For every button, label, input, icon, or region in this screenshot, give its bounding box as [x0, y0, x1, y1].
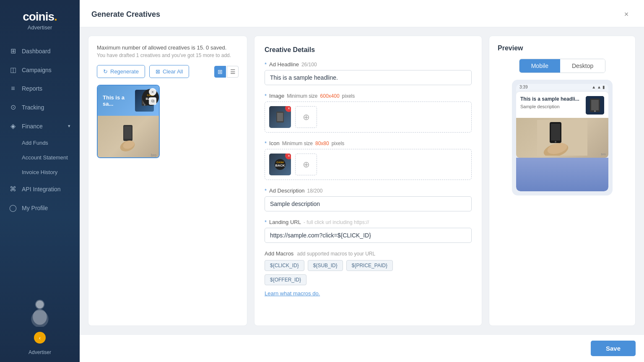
sidebar-bottom: ‹ Advertiser	[0, 291, 80, 362]
list-view-button[interactable]: ☰	[227, 66, 239, 78]
sidebar-item-label: Add Funds	[22, 140, 48, 146]
sidebar: coinis. Advertiser ⊞ Dashboard ◫ Campaig…	[0, 0, 80, 362]
view-toggle: ⊞ ☰	[214, 66, 239, 78]
wifi-icon: ▲	[597, 85, 601, 89]
sidebar-item-finance[interactable]: ◈ Finance ▾	[0, 117, 80, 135]
phone-frame: 3:39 ▲ ▲ ▮ This is a sample headli... Sa…	[512, 80, 613, 195]
landing-url-label: * Landing URL - full click url including…	[265, 219, 472, 225]
logo-dot: .	[54, 10, 57, 23]
ad-preview-desc: Sample description	[520, 104, 582, 109]
info-max-text: Maximum number of allowed creatives is 1…	[97, 44, 239, 51]
preview-title: Preview	[498, 44, 627, 52]
sidebar-item-label: Finance	[22, 123, 43, 130]
card-bra-label: bro	[151, 153, 156, 157]
sidebar-nav: ⊞ Dashboard ◫ Campaigns ≡ Reports ⊙ Trac…	[0, 37, 80, 291]
ad-headline-label: * Ad Headline 26/100	[265, 61, 472, 68]
regenerate-button[interactable]: ↻ Regenerate	[97, 65, 145, 78]
ad-preview-banner: bro	[516, 118, 608, 158]
sidebar-item-tracking[interactable]: ⊙ Tracking	[0, 98, 80, 117]
main-content: Generate Creatives × Maximum number of a…	[80, 0, 644, 362]
svg-point-3	[33, 309, 47, 325]
ad-preview-text: This is a sample headli... Sample descri…	[520, 96, 582, 109]
icon-upload-area[interactable]: CASH BACK × ⊕	[265, 149, 472, 180]
ad-preview-card: This is a sample headli... Sample descri…	[516, 92, 608, 158]
svg-point-19	[594, 110, 596, 112]
grid-view-button[interactable]: ⊞	[214, 66, 226, 78]
clear-all-button[interactable]: ⊠ Clear All	[149, 65, 189, 78]
middle-panel: Creative Details * Ad Headline 26/100 * …	[254, 36, 482, 326]
logo-text: coinis.	[8, 10, 71, 23]
sidebar-item-add-funds[interactable]: Add Funds	[0, 135, 80, 150]
sidebar-role-bottom: Advertiser	[29, 349, 51, 355]
sidebar-item-dashboard[interactable]: ⊞ Dashboard	[0, 42, 80, 60]
sidebar-item-label: Dashboard	[22, 48, 51, 55]
description-input[interactable]	[265, 196, 472, 211]
image-label: * Image Minimum size 600x400 pixels	[265, 93, 472, 99]
macro-offer-id[interactable]: ${OFFER_ID}	[265, 274, 306, 285]
svg-point-24	[555, 141, 556, 143]
creative-card[interactable]: × ⧉ This is a sa... CASH	[97, 85, 160, 158]
phone-status-icons: ▲ ▲ ▮	[592, 85, 605, 89]
sidebar-item-label: Tracking	[22, 104, 44, 111]
tracking-icon: ⊙	[9, 103, 17, 111]
tab-desktop[interactable]: Desktop	[560, 59, 605, 73]
ad-preview-icon	[586, 96, 604, 115]
save-button[interactable]: Save	[591, 341, 636, 356]
image-placeholder[interactable]: ⊕	[295, 106, 317, 128]
collapse-sidebar-button[interactable]: ‹	[34, 332, 46, 344]
panel-actions: ↻ Regenerate ⊠ Clear All ⊞ ☰	[97, 65, 239, 78]
card-bottom: bro	[98, 116, 159, 158]
sidebar-item-campaigns[interactable]: ◫ Campaigns	[0, 60, 80, 79]
phone-inner: 3:39 ▲ ▲ ▮ This is a sample headli... Sa…	[516, 84, 608, 191]
sidebar-item-label: Campaigns	[22, 67, 52, 73]
macro-click-id[interactable]: ${CLICK_ID}	[265, 260, 304, 271]
right-panel: Preview Mobile Desktop 3:39 ▲ ▲ ▮	[489, 36, 636, 326]
sidebar-item-reports[interactable]: ≡ Reports	[0, 79, 80, 98]
macro-price-paid[interactable]: ${PRICE_PAID}	[346, 260, 393, 271]
regenerate-icon: ↻	[103, 68, 108, 75]
sidebar-item-label: API Integration	[22, 186, 61, 193]
macros-section: Add Macros add supported macros to your …	[265, 250, 472, 285]
api-icon: ⌘	[9, 185, 17, 193]
cashback-icon-thumb: CASH BACK	[274, 158, 286, 171]
dashboard-icon: ⊞	[9, 47, 17, 55]
description-field: * Ad Description 18/200	[265, 188, 472, 211]
sidebar-item-my-profile[interactable]: ◯ My Profile	[0, 198, 80, 217]
sidebar-item-label: Account Statement	[22, 154, 68, 161]
sidebar-item-account-statement[interactable]: Account Statement	[0, 150, 80, 165]
macros-label: Add Macros add supported macros to your …	[265, 250, 472, 257]
signal-icon: ▲	[592, 85, 596, 89]
close-button[interactable]: ×	[621, 8, 632, 20]
reports-icon: ≡	[9, 85, 17, 92]
campaigns-icon: ◫	[9, 66, 17, 74]
svg-rect-18	[591, 100, 599, 110]
image-thumbnail: ×	[269, 106, 291, 128]
macro-sub-id[interactable]: ${SUB_ID}	[308, 260, 343, 271]
ad-preview-icon-thumb	[586, 96, 604, 115]
card-copy-button[interactable]: ⧉	[149, 97, 156, 105]
sidebar-item-api-integration[interactable]: ⌘ API Integration	[0, 180, 80, 198]
clear-icon: ⊠	[156, 68, 160, 75]
tab-mobile[interactable]: Mobile	[519, 59, 560, 73]
sidebar-item-invoice-history[interactable]: Invoice History	[0, 165, 80, 180]
card-headline: This is a sa...	[103, 94, 135, 107]
phone-status-bar: 3:39 ▲ ▲ ▮	[516, 84, 608, 92]
ad-headline-input[interactable]	[265, 70, 472, 85]
battery-icon: ▮	[602, 85, 605, 89]
info-sub-text: You have drafted 1 creatives and you've …	[97, 52, 239, 58]
svg-point-2	[36, 300, 44, 308]
landing-url-field: * Landing URL - full click url including…	[265, 219, 472, 243]
icon-placeholder[interactable]: ⊕	[295, 154, 317, 175]
sidebar-item-label: My Profile	[22, 205, 48, 211]
learn-macros-link[interactable]: Learn what macros do.	[265, 290, 472, 297]
preview-tabs: Mobile Desktop	[519, 59, 606, 73]
finance-icon: ◈	[9, 122, 17, 130]
icon-field: * Icon Minimum size 80x80 pixels CASH BA…	[265, 140, 472, 180]
card-bottom-image	[98, 116, 159, 158]
card-close-button[interactable]: ×	[149, 88, 156, 96]
avatar-area: ‹ Advertiser	[27, 297, 52, 355]
image-field: * Image Minimum size 600x400 pixels	[265, 93, 472, 133]
svg-rect-12	[277, 113, 283, 121]
image-upload-area[interactable]: × ⊕	[265, 102, 472, 133]
landing-url-input[interactable]	[265, 228, 472, 243]
